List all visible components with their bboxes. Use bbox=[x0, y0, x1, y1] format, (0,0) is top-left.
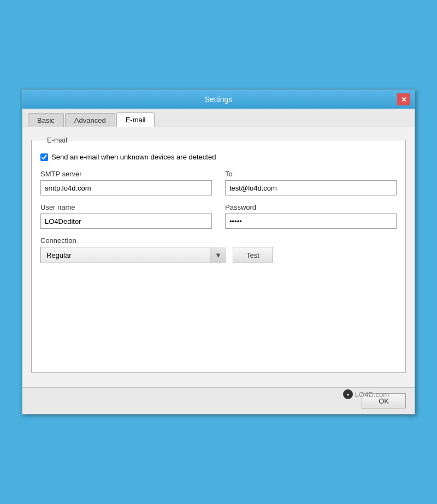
empty-space bbox=[40, 263, 397, 361]
test-button[interactable]: Test bbox=[233, 247, 273, 263]
user-pass-row: User name Password bbox=[40, 203, 397, 229]
connection-select-wrapper: Regular SSL TLS ▼ bbox=[40, 247, 226, 263]
to-input[interactable] bbox=[225, 180, 397, 195]
password-group: Password bbox=[225, 203, 397, 229]
checkbox-label: Send an e-mail when unknown devices are … bbox=[51, 153, 216, 161]
connection-group: Connection Regular SSL TLS ▼ bbox=[40, 236, 226, 263]
smtp-group: SMTP server bbox=[40, 170, 212, 195]
to-label: To bbox=[225, 170, 397, 178]
watermark: ● LO4D.com bbox=[343, 389, 389, 399]
username-input[interactable] bbox=[40, 214, 212, 229]
connection-select[interactable]: Regular SSL TLS bbox=[40, 247, 226, 263]
smtp-to-row: SMTP server To bbox=[40, 170, 397, 195]
email-checkbox[interactable] bbox=[40, 153, 48, 161]
checkbox-row: Send an e-mail when unknown devices are … bbox=[40, 153, 397, 161]
smtp-input[interactable] bbox=[40, 180, 212, 195]
connection-row: Connection Regular SSL TLS ▼ bbox=[40, 236, 397, 263]
window-title: Settings bbox=[27, 95, 397, 104]
username-label: User name bbox=[40, 203, 212, 211]
email-fieldset: E-mail Send an e-mail when unknown devic… bbox=[31, 136, 406, 373]
smtp-label: SMTP server bbox=[40, 170, 212, 178]
username-group: User name bbox=[40, 203, 212, 229]
password-label: Password bbox=[225, 203, 397, 211]
tab-basic[interactable]: Basic bbox=[28, 113, 64, 127]
tab-advanced[interactable]: Advanced bbox=[65, 113, 115, 127]
tab-email[interactable]: E-mail bbox=[116, 112, 155, 127]
to-group: To bbox=[225, 170, 397, 195]
password-input[interactable] bbox=[225, 214, 397, 229]
tab-bar: Basic Advanced E-mail bbox=[22, 109, 415, 127]
content-area: E-mail Send an e-mail when unknown devic… bbox=[22, 127, 415, 387]
watermark-text: LO4D.com bbox=[355, 390, 389, 399]
connection-label: Connection bbox=[40, 236, 226, 245]
title-bar: Settings ✕ bbox=[22, 90, 415, 109]
email-legend: E-mail bbox=[45, 136, 69, 144]
watermark-logo: ● bbox=[343, 389, 353, 399]
close-button[interactable]: ✕ bbox=[397, 93, 410, 105]
